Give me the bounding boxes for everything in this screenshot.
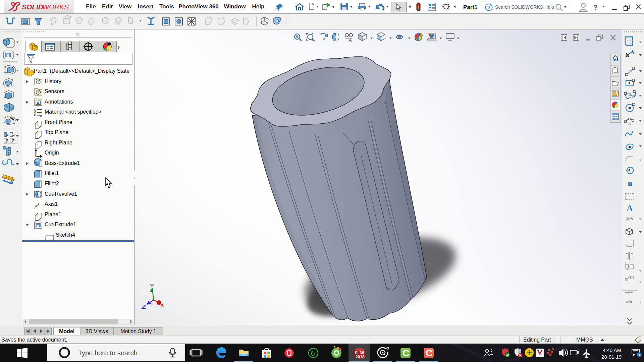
svg-text:Type here to search: Type here to search [78,349,138,357]
svg-text:A: A [349,38,352,43]
svg-text:?: ? [487,4,490,10]
svg-text:1: 1 [638,353,640,357]
svg-text:Part1: Part1 [463,4,478,10]
svg-text:U: U [311,350,316,357]
svg-text:C: C [426,348,432,358]
svg-text:C: C [402,348,409,358]
svg-text:?: ? [593,3,598,11]
svg-text:28-01-19: 28-01-19 [601,354,622,360]
svg-text:SOLID: SOLID [22,3,43,11]
svg-text:2018: 2018 [356,355,365,359]
svg-text:WORKS: WORKS [42,3,69,11]
svg-text:A: A [627,203,633,213]
svg-text:4:40 AM: 4:40 AM [603,347,621,353]
svg-text:A: A [37,101,40,105]
